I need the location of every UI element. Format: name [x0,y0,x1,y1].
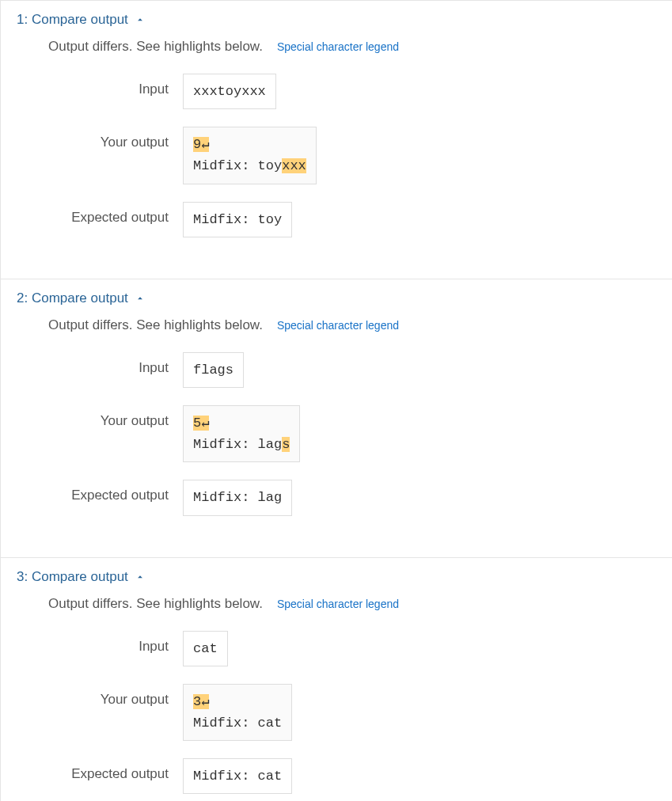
expected-output-value: Midfix: lag [183,480,292,515]
compare-output-title: 3: Compare output [17,569,128,585]
special-character-legend-link[interactable]: Special character legend [277,598,399,610]
input-label: Input [48,352,183,376]
compare-output-title: 2: Compare output [17,290,128,306]
input-label: Input [48,631,183,655]
expected-output-value: Midfix: cat [183,758,292,794]
input-value: cat [183,631,228,666]
test-case: 3: Compare outputOutput differs. See hig… [1,557,672,802]
input-label: Input [48,74,183,97]
compare-output-toggle[interactable]: 3: Compare output [1,558,672,596]
your-output-label: Your output [48,127,183,150]
diff-summary-text: Output differs. See highlights below. [48,39,263,55]
expected-output-label: Expected output [48,758,183,782]
test-case-body: Output differs. See highlights below.Spe… [1,39,672,279]
test-case: 1: Compare outputOutput differs. See hig… [1,0,672,279]
chevron-up-icon [135,571,146,583]
your-output-value: 3↵ Midfix: cat [183,684,292,741]
diff-summary-text: Output differs. See highlights below. [48,596,263,612]
input-value: flags [183,352,244,388]
input-value: xxxtoyxxx [183,74,276,109]
test-case: 2: Compare outputOutput differs. See hig… [1,279,672,557]
chevron-up-icon [135,293,146,304]
special-character-legend-link[interactable]: Special character legend [277,319,399,332]
test-case-body: Output differs. See highlights below.Spe… [1,317,672,557]
your-output-label: Your output [48,684,183,708]
special-character-legend-link[interactable]: Special character legend [277,40,399,53]
expected-output-label: Expected output [48,480,183,503]
chevron-up-icon [135,14,146,25]
your-output-value: 9↵ Midfix: toyxxx [183,127,317,184]
your-output-value: 5↵ Midfix: lags [183,405,300,462]
expected-output-label: Expected output [48,202,183,226]
compare-output-title: 1: Compare output [17,12,128,28]
diff-summary-text: Output differs. See highlights below. [48,317,263,333]
your-output-label: Your output [48,405,183,429]
test-case-body: Output differs. See highlights below.Spe… [1,596,672,802]
expected-output-value: Midfix: toy [183,202,292,237]
compare-output-toggle[interactable]: 2: Compare output [1,279,672,317]
compare-output-toggle[interactable]: 1: Compare output [1,1,672,39]
